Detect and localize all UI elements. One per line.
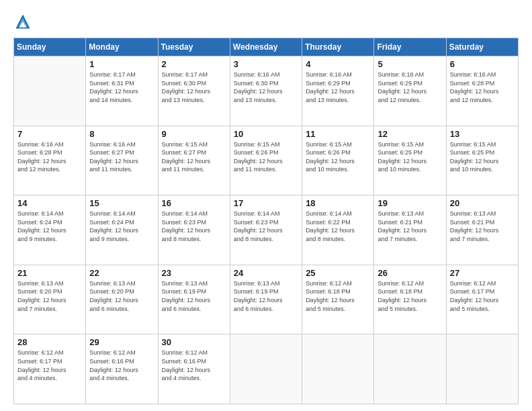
day-info: Sunrise: 6:16 AM Sunset: 6:28 PM Dayligh…	[450, 71, 515, 104]
day-info: Sunrise: 6:15 AM Sunset: 6:27 PM Dayligh…	[162, 140, 227, 174]
calendar-cell: 2Sunrise: 6:17 AM Sunset: 6:30 PM Daylig…	[158, 56, 230, 126]
day-number: 9	[162, 129, 227, 139]
header	[13, 12, 519, 31]
day-number: 3	[234, 59, 299, 69]
day-info: Sunrise: 6:13 AM Sunset: 6:19 PM Dayligh…	[234, 279, 299, 313]
day-number: 6	[450, 59, 515, 69]
day-number: 21	[17, 268, 83, 278]
day-number: 5	[378, 59, 443, 69]
logo-icon	[13, 12, 32, 31]
day-number: 24	[234, 268, 299, 278]
calendar-cell: 26Sunrise: 6:12 AM Sunset: 6:18 PM Dayli…	[374, 265, 446, 334]
calendar-cell: 20Sunrise: 6:13 AM Sunset: 6:21 PM Dayli…	[446, 195, 518, 265]
day-number: 1	[89, 59, 154, 69]
day-number: 22	[89, 268, 154, 278]
calendar-cell: 29Sunrise: 6:12 AM Sunset: 6:16 PM Dayli…	[86, 334, 158, 404]
header-row: SundayMondayTuesdayWednesdayThursdayFrid…	[14, 38, 519, 56]
header-day-saturday: Saturday	[446, 38, 518, 56]
page: SundayMondayTuesdayWednesdayThursdayFrid…	[0, 0, 532, 411]
calendar-cell: 16Sunrise: 6:14 AM Sunset: 6:23 PM Dayli…	[158, 195, 230, 265]
day-number: 29	[89, 337, 154, 347]
calendar-cell: 17Sunrise: 6:14 AM Sunset: 6:23 PM Dayli…	[230, 195, 302, 265]
calendar-row-0: 1Sunrise: 6:17 AM Sunset: 6:31 PM Daylig…	[14, 56, 519, 126]
day-info: Sunrise: 6:15 AM Sunset: 6:25 PM Dayligh…	[450, 140, 515, 174]
day-number: 25	[306, 268, 371, 278]
day-info: Sunrise: 6:16 AM Sunset: 6:30 PM Dayligh…	[234, 71, 299, 104]
day-number: 8	[89, 129, 154, 139]
header-day-sunday: Sunday	[14, 38, 86, 56]
calendar-cell: 22Sunrise: 6:13 AM Sunset: 6:20 PM Dayli…	[86, 265, 158, 334]
logo	[13, 12, 35, 31]
day-number: 14	[17, 198, 83, 208]
calendar-cell: 15Sunrise: 6:14 AM Sunset: 6:24 PM Dayli…	[86, 195, 158, 265]
day-info: Sunrise: 6:15 AM Sunset: 6:26 PM Dayligh…	[234, 140, 299, 174]
day-info: Sunrise: 6:16 AM Sunset: 6:29 PM Dayligh…	[378, 71, 443, 104]
day-number: 30	[162, 337, 227, 347]
day-info: Sunrise: 6:12 AM Sunset: 6:18 PM Dayligh…	[378, 279, 443, 313]
calendar-header: SundayMondayTuesdayWednesdayThursdayFrid…	[14, 38, 519, 56]
calendar-cell: 25Sunrise: 6:12 AM Sunset: 6:18 PM Dayli…	[302, 265, 374, 334]
day-info: Sunrise: 6:16 AM Sunset: 6:27 PM Dayligh…	[89, 140, 154, 174]
day-info: Sunrise: 6:16 AM Sunset: 6:29 PM Dayligh…	[306, 71, 371, 104]
day-number: 27	[450, 268, 515, 278]
calendar-cell: 11Sunrise: 6:15 AM Sunset: 6:26 PM Dayli…	[302, 126, 374, 195]
calendar-cell: 27Sunrise: 6:12 AM Sunset: 6:17 PM Dayli…	[446, 265, 518, 334]
calendar-cell: 18Sunrise: 6:14 AM Sunset: 6:22 PM Dayli…	[302, 195, 374, 265]
calendar-cell: 13Sunrise: 6:15 AM Sunset: 6:25 PM Dayli…	[446, 126, 518, 195]
day-number: 13	[450, 129, 515, 139]
day-info: Sunrise: 6:14 AM Sunset: 6:23 PM Dayligh…	[162, 210, 227, 243]
calendar-cell: 19Sunrise: 6:13 AM Sunset: 6:21 PM Dayli…	[374, 195, 446, 265]
calendar-cell: 24Sunrise: 6:13 AM Sunset: 6:19 PM Dayli…	[230, 265, 302, 334]
header-day-wednesday: Wednesday	[230, 38, 302, 56]
day-info: Sunrise: 6:12 AM Sunset: 6:18 PM Dayligh…	[306, 279, 371, 313]
day-info: Sunrise: 6:13 AM Sunset: 6:20 PM Dayligh…	[17, 279, 83, 313]
calendar-cell	[302, 334, 374, 404]
calendar-table: SundayMondayTuesdayWednesdayThursdayFrid…	[13, 38, 519, 404]
day-number: 12	[378, 129, 443, 139]
day-info: Sunrise: 6:17 AM Sunset: 6:31 PM Dayligh…	[89, 71, 154, 104]
day-info: Sunrise: 6:12 AM Sunset: 6:16 PM Dayligh…	[89, 349, 154, 382]
day-info: Sunrise: 6:13 AM Sunset: 6:21 PM Dayligh…	[378, 210, 443, 243]
day-number: 7	[17, 129, 83, 139]
day-number: 11	[306, 129, 371, 139]
calendar-cell: 10Sunrise: 6:15 AM Sunset: 6:26 PM Dayli…	[230, 126, 302, 195]
calendar-cell: 14Sunrise: 6:14 AM Sunset: 6:24 PM Dayli…	[14, 195, 86, 265]
header-day-monday: Monday	[86, 38, 158, 56]
calendar-cell: 23Sunrise: 6:13 AM Sunset: 6:19 PM Dayli…	[158, 265, 230, 334]
calendar-cell	[446, 334, 518, 404]
calendar-cell: 30Sunrise: 6:12 AM Sunset: 6:16 PM Dayli…	[158, 334, 230, 404]
day-info: Sunrise: 6:12 AM Sunset: 6:17 PM Dayligh…	[450, 279, 515, 313]
day-number: 18	[306, 198, 371, 208]
day-number: 17	[234, 198, 299, 208]
day-info: Sunrise: 6:14 AM Sunset: 6:22 PM Dayligh…	[306, 210, 371, 243]
calendar-cell: 28Sunrise: 6:12 AM Sunset: 6:17 PM Dayli…	[14, 334, 86, 404]
day-number: 19	[378, 198, 443, 208]
day-info: Sunrise: 6:14 AM Sunset: 6:23 PM Dayligh…	[234, 210, 299, 243]
day-info: Sunrise: 6:12 AM Sunset: 6:16 PM Dayligh…	[162, 349, 227, 382]
header-day-friday: Friday	[374, 38, 446, 56]
calendar-cell: 5Sunrise: 6:16 AM Sunset: 6:29 PM Daylig…	[374, 56, 446, 126]
calendar-cell: 8Sunrise: 6:16 AM Sunset: 6:27 PM Daylig…	[86, 126, 158, 195]
day-info: Sunrise: 6:15 AM Sunset: 6:26 PM Dayligh…	[306, 140, 371, 174]
calendar-cell: 4Sunrise: 6:16 AM Sunset: 6:29 PM Daylig…	[302, 56, 374, 126]
day-info: Sunrise: 6:12 AM Sunset: 6:17 PM Dayligh…	[17, 349, 83, 382]
day-number: 20	[450, 198, 515, 208]
calendar-cell: 6Sunrise: 6:16 AM Sunset: 6:28 PM Daylig…	[446, 56, 518, 126]
day-number: 4	[306, 59, 371, 69]
calendar-cell: 1Sunrise: 6:17 AM Sunset: 6:31 PM Daylig…	[86, 56, 158, 126]
calendar-row-2: 14Sunrise: 6:14 AM Sunset: 6:24 PM Dayli…	[14, 195, 519, 265]
day-number: 15	[89, 198, 154, 208]
day-info: Sunrise: 6:15 AM Sunset: 6:25 PM Dayligh…	[378, 140, 443, 174]
calendar-cell: 3Sunrise: 6:16 AM Sunset: 6:30 PM Daylig…	[230, 56, 302, 126]
calendar-cell: 7Sunrise: 6:16 AM Sunset: 6:28 PM Daylig…	[14, 126, 86, 195]
day-number: 16	[162, 198, 227, 208]
calendar-cell	[374, 334, 446, 404]
calendar-row-4: 28Sunrise: 6:12 AM Sunset: 6:17 PM Dayli…	[14, 334, 519, 404]
day-info: Sunrise: 6:14 AM Sunset: 6:24 PM Dayligh…	[17, 210, 83, 243]
calendar-cell: 21Sunrise: 6:13 AM Sunset: 6:20 PM Dayli…	[14, 265, 86, 334]
day-info: Sunrise: 6:17 AM Sunset: 6:30 PM Dayligh…	[162, 71, 227, 104]
header-day-tuesday: Tuesday	[158, 38, 230, 56]
day-info: Sunrise: 6:13 AM Sunset: 6:20 PM Dayligh…	[89, 279, 154, 313]
day-number: 2	[162, 59, 227, 69]
day-number: 23	[162, 268, 227, 278]
